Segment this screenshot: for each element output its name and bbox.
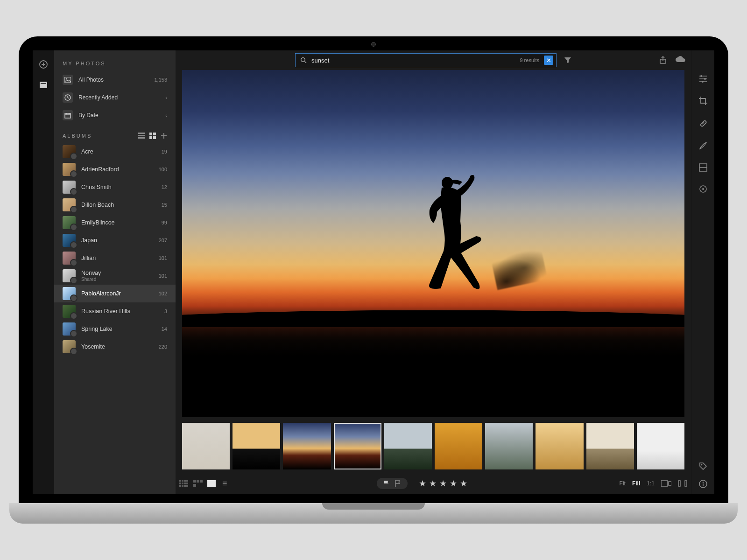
svg-rect-1: [40, 82, 47, 88]
clock-icon: [63, 92, 73, 103]
album-count: 220: [159, 344, 167, 350]
radial-gradient-icon[interactable]: [699, 185, 707, 193]
add-icon[interactable]: [39, 60, 48, 69]
nav-meta: 1,153: [154, 77, 167, 83]
svg-point-27: [702, 188, 704, 190]
filmstrip-thumb[interactable]: [182, 423, 230, 469]
svg-point-22: [704, 78, 706, 80]
album-item[interactable]: PabloAlarconJr102: [54, 285, 176, 302]
search-input[interactable]: [311, 57, 515, 64]
search-clear-button[interactable]: ✕: [544, 56, 553, 65]
album-name: AdrienRadford: [81, 166, 119, 173]
filter-icon[interactable]: [564, 57, 571, 63]
linear-gradient-icon[interactable]: [699, 163, 707, 172]
my-photos-title: MY PHOTOS: [54, 58, 176, 71]
cloud-icon[interactable]: [675, 56, 685, 64]
filmstrip-thumb[interactable]: [485, 423, 533, 469]
album-item[interactable]: Russian River Hills3: [54, 302, 176, 320]
camera-dot: [371, 42, 376, 47]
album-item[interactable]: Japan207: [54, 231, 176, 249]
album-item[interactable]: NorwayShared101: [54, 267, 176, 285]
album-item[interactable]: Acre19: [54, 143, 176, 161]
svg-rect-7: [138, 133, 145, 134]
calendar-icon: [63, 110, 73, 120]
album-grid-view-icon[interactable]: [149, 133, 156, 139]
filmstrip-thumb[interactable]: [233, 423, 280, 469]
single-view-icon[interactable]: [207, 480, 216, 487]
album-item[interactable]: Spring Lake14: [54, 320, 176, 338]
album-item[interactable]: Yosemite220: [54, 338, 176, 356]
crop-icon[interactable]: [698, 96, 708, 105]
filmstrip-thumb[interactable]: [384, 423, 432, 469]
zoom-mode: Fit Fill 1:1: [620, 480, 655, 487]
svg-point-4: [66, 78, 67, 80]
nav-item[interactable]: Recently Added‹: [54, 89, 176, 106]
rating-stars[interactable]: ★★★★★: [419, 478, 470, 489]
add-album-icon[interactable]: [161, 133, 167, 139]
info-icon[interactable]: [699, 480, 707, 488]
album-item[interactable]: Chris Smith12: [54, 178, 176, 196]
filmstrip-thumb[interactable]: [637, 423, 684, 469]
album-thumb: [63, 340, 76, 353]
brush-icon[interactable]: [698, 141, 708, 150]
album-count: 100: [159, 167, 167, 172]
filmstrip-thumb[interactable]: [586, 423, 634, 469]
left-rail: [33, 50, 54, 494]
filmstrip-thumb[interactable]: [283, 423, 331, 469]
album-list-view-icon[interactable]: [138, 133, 145, 139]
zoom-fit[interactable]: Fit: [620, 480, 626, 487]
album-sub: Shared: [81, 277, 101, 282]
album-thumb: [63, 305, 76, 318]
bottom-bar: ≡ ★★★★★ Fit Fill 1:1: [179, 473, 687, 494]
album-name: PabloAlarconJr: [81, 290, 121, 297]
album-name: Yosemite: [81, 343, 105, 350]
screen-bezel: MY PHOTOS All Photos1,153Recently Added‹…: [19, 36, 728, 503]
grid-small-icon[interactable]: [179, 480, 189, 487]
album-count: 101: [159, 273, 167, 279]
album-item[interactable]: Jillian101: [54, 249, 176, 267]
heal-icon[interactable]: [698, 119, 708, 128]
nav-label: By Date: [78, 112, 99, 119]
grid-medium-icon[interactable]: [193, 480, 203, 487]
zoom-1to1[interactable]: 1:1: [647, 480, 655, 487]
album-item[interactable]: AdrienRadford100: [54, 161, 176, 178]
album-count: 102: [159, 291, 167, 296]
album-thumb: [63, 216, 76, 229]
album-count: 99: [162, 220, 167, 225]
svg-rect-17: [661, 481, 668, 486]
flag-toggle[interactable]: [377, 478, 408, 489]
library-icon[interactable]: [39, 81, 48, 89]
tag-icon[interactable]: [699, 462, 707, 470]
share-icon[interactable]: [659, 56, 667, 64]
panels-icon[interactable]: [678, 480, 687, 487]
topbar: 9 results ✕: [176, 50, 691, 70]
album-thumb: [63, 234, 76, 247]
album-item[interactable]: EmilyBlincoe99: [54, 214, 176, 231]
filmstrip: [182, 423, 684, 469]
laptop-frame: MY PHOTOS All Photos1,153Recently Added‹…: [9, 36, 738, 524]
svg-point-30: [702, 482, 703, 483]
album-item[interactable]: Dillon Beach15: [54, 196, 176, 214]
sort-icon[interactable]: ≡: [222, 479, 227, 489]
sidebar: MY PHOTOS All Photos1,153Recently Added‹…: [54, 50, 176, 494]
filmstrip-thumb[interactable]: [536, 423, 583, 469]
nav-item[interactable]: All Photos1,153: [54, 71, 176, 89]
zoom-fill[interactable]: Fill: [632, 480, 640, 487]
sliders-icon[interactable]: [698, 75, 708, 83]
album-thumb: [63, 269, 76, 282]
search-icon: [300, 57, 307, 63]
nav-meta: ‹: [165, 112, 167, 118]
svg-rect-24: [700, 120, 706, 127]
photo-viewer[interactable]: [182, 70, 684, 417]
album-list: Acre19AdrienRadford100Chris Smith12Dillo…: [54, 143, 176, 356]
filmstrip-thumb[interactable]: [435, 423, 482, 469]
svg-rect-20: [685, 481, 687, 486]
album-name: Jillian: [81, 255, 96, 261]
album-name: Russian River Hills: [81, 308, 130, 315]
nav-item[interactable]: By Date‹: [54, 106, 176, 124]
filmstrip-thumb[interactable]: [334, 423, 381, 469]
svg-point-21: [700, 75, 702, 77]
svg-rect-3: [64, 77, 71, 83]
compare-icon[interactable]: [661, 480, 671, 487]
album-count: 15: [162, 202, 167, 208]
